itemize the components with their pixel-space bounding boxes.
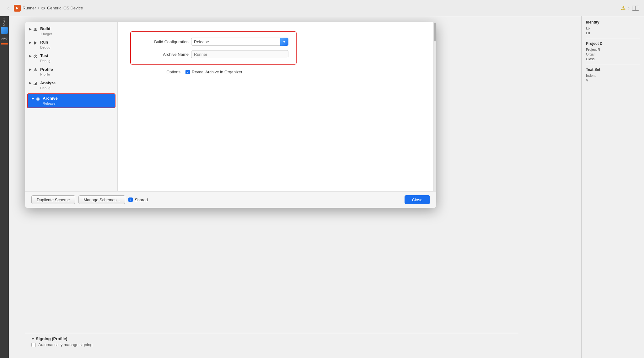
layout-icon[interactable] [632,6,639,11]
dialog-footer: Duplicate Scheme Manage Schemes... Share… [25,191,436,208]
bottom-area: Signing (Profile) Automatically manage s… [25,333,518,358]
build-config-red-outline: Build Configuration Release Debug [130,31,297,65]
right-panel: Identity Lo Fu Project D Project R Organ… [581,16,644,358]
scheme-item-test[interactable]: ▶ Test Debug [25,51,117,65]
scheme-item-arrow-run: ▶ [28,40,33,45]
profile-icon [33,67,38,73]
dialog-body: ▶ Build 1 target [25,22,436,191]
shared-checkbox[interactable] [128,197,133,202]
scheme-item-arrow-archive: ▶ [31,96,35,101]
signing-section-title: Signing (Profile) [31,336,512,341]
scheme-item-text-profile: Profile Profile [40,67,53,77]
reveal-checkbox[interactable] [185,70,190,74]
scheme-item-arrow-build: ▶ [28,27,33,31]
scrollbar-thumb [434,23,436,41]
svg-marker-2 [34,41,37,45]
signing-section-label: Signing (Profile) [36,336,67,341]
test-icon [33,54,38,59]
fu-label: Fu [586,31,640,35]
runner-app-icon: R [14,5,21,12]
archive-name-row: Archive Name [138,50,288,58]
text-set-title: Text Set [586,67,640,72]
scheme-item-text-run: Run Debug [40,40,50,50]
build-config-label: Build Configuration [138,39,189,44]
scheme-item-profile[interactable]: ▶ Profile Profile [25,65,117,79]
reveal-label: Reveal Archive in Organizer [192,70,242,74]
archive-icon [35,96,41,102]
svg-rect-1 [35,28,36,30]
close-button[interactable]: Close [405,195,430,204]
top-bar: ‹ R Runner › ⚙ Generic iOS Device ⚠ › [0,0,644,16]
breadcrumb-sep: › [38,6,39,10]
scheme-item-text-build: Build 1 target [40,26,52,36]
svg-rect-0 [34,30,37,31]
project-d-title: Project D [586,41,640,46]
auto-manage-label: Automatically manage signing [38,342,93,347]
sidebar-arg-label: ARG [1,35,8,42]
scheme-item-arrow-profile: ▶ [28,67,33,72]
organ-label: Organ [586,52,640,56]
divider-1 [586,38,640,38]
scheme-item-text-test: Test Debug [40,53,50,63]
svg-rect-9 [35,83,36,85]
archive-name-input[interactable] [191,50,288,58]
archive-item-red-outline: ▶ Archive Release [27,93,115,108]
reveal-wrap: Reveal Archive in Organizer [185,70,242,74]
triangle-down-icon [31,338,35,340]
breadcrumb: R Runner › ⚙ Generic iOS Device [14,5,83,12]
indent-label: Indent [586,74,640,77]
archive-name-wrap [191,50,288,58]
auto-manage-row: Automatically manage signing [31,342,512,347]
scheme-dialog: ▶ Build 1 target [25,22,436,208]
divider-2 [586,64,640,64]
archive-name-label: Archive Name [138,52,189,57]
forward-arrow-icon[interactable]: › [628,6,630,11]
warning-icon: ⚠ [621,5,625,11]
duplicate-scheme-button[interactable]: Duplicate Scheme [31,195,75,204]
svg-rect-10 [36,82,37,85]
v-label: V [586,78,640,82]
lo-label: Lo [586,26,640,30]
shared-wrap: Shared [128,197,148,202]
dialog-scrollbar[interactable] [433,22,436,191]
auto-manage-checkbox[interactable] [31,343,36,347]
left-sidebar: PROJ ARG [0,16,9,358]
device-icon: ⚙ [41,6,45,11]
identity-title: Identity [586,20,640,24]
build-config-select-wrap: Release Debug [191,38,288,46]
sidebar-orange-bar [1,43,8,45]
sidebar-app-icon[interactable] [1,27,8,34]
manage-schemes-button[interactable]: Manage Schemes... [78,195,126,204]
scheme-item-archive[interactable]: ▶ Archive Release [28,94,115,108]
svg-rect-8 [34,84,35,85]
runner-label: Runner [23,6,36,10]
build-config-row: Build Configuration Release Debug [138,38,288,46]
scheme-item-build[interactable]: ▶ Build 1 target [25,24,117,38]
top-bar-right: ⚠ › [621,5,639,11]
scheme-item-text-analyze: Analyze Debug [40,81,56,90]
device-label: Generic iOS Device [47,6,83,10]
sidebar-proj-label: PROJ [1,19,8,26]
scheme-item-arrow-test: ▶ [28,54,33,58]
main-area: PROJ ARG ▶ [0,16,644,358]
hammer-icon [33,27,38,32]
svg-point-6 [35,68,36,70]
dialog-area: ▶ Build 1 target [9,16,581,358]
scheme-list: ▶ Build 1 target [25,22,118,191]
svg-line-5 [35,56,36,57]
play-icon [33,40,38,46]
scheme-detail: Build Configuration Release Debug [118,22,433,191]
class-label: Class [586,57,640,61]
analyze-icon [33,81,38,87]
shared-label: Shared [135,197,148,202]
options-label: Options [130,70,180,74]
options-row: Options Reveal Archive in Organizer [130,70,421,74]
scheme-item-arrow-analyze: ▶ [28,81,33,85]
build-config-select[interactable]: Release Debug [191,38,288,46]
scheme-item-analyze[interactable]: ▶ Analyze Debug [25,79,117,92]
scheme-item-run[interactable]: ▶ Run Debug [25,38,117,51]
back-arrow-icon[interactable]: ‹ [5,5,11,11]
project-r-label: Project R [586,48,640,51]
scheme-item-text-archive: Archive Release [43,96,58,106]
